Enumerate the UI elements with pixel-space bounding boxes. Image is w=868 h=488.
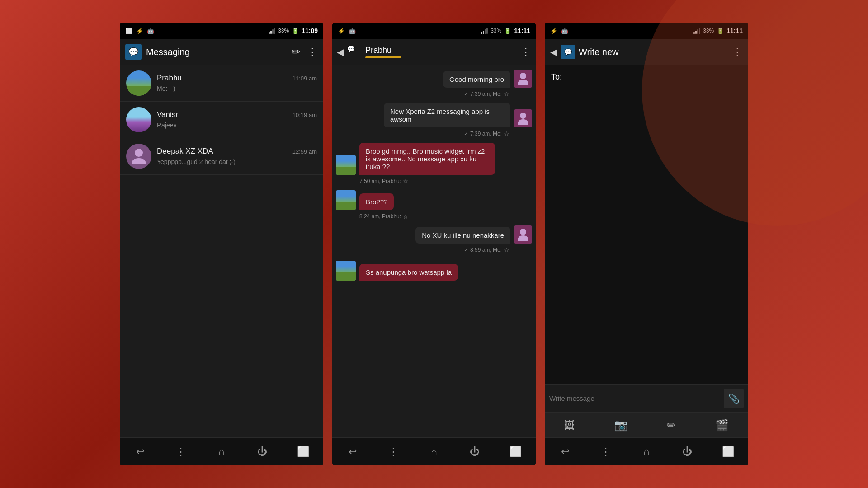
msg-in-3: Broo gd mrng.. Bro music widget frm z2 i… [336, 143, 532, 175]
list-item-prabhu[interactable]: Prabhu 11:09 am Me: ;-) [120, 65, 323, 102]
vanisri-img [126, 107, 151, 132]
home-nav-3[interactable]: ⌂ [635, 441, 658, 463]
prabhu-avatar-in-3 [336, 155, 356, 175]
phones-container: ⬜ ⚡ 🤖 33% 🔋 11:09 💬 Messaging ✏ ⋮ [0, 0, 868, 488]
bottom-nav-3: ↩ ⋮ ⌂ ⏻ ⬜ [545, 437, 748, 465]
usb-icon: ⚡ [136, 28, 143, 34]
messaging-icon-write: 💬 [561, 45, 575, 59]
usb-icon-3: ⚡ [550, 28, 557, 34]
power-nav-2[interactable]: ⏻ [463, 441, 486, 463]
svg-point-1 [520, 73, 526, 79]
msg-meta-2: ✓ 7:39 am, Me: ☆ [336, 130, 532, 137]
list-item-vanisri[interactable]: Vanisri 10:19 am Rajeev [120, 102, 323, 138]
msg-text-2: New Xperia Z2 messaging app is awsom [390, 108, 490, 123]
menu-nav-1[interactable]: ⋮ [170, 441, 192, 463]
add-message-icon[interactable]: ✏ [292, 46, 301, 58]
signal-bar-2-4 [486, 28, 488, 34]
msg-out-1: Good morning bro [336, 70, 532, 88]
back-nav-1[interactable]: ↩ [129, 441, 151, 463]
android-icon-3: 🤖 [561, 28, 568, 34]
time-2: 11:11 [514, 27, 530, 34]
msg-meta-text-2: 7:39 am, Me: [470, 131, 502, 137]
chat-contact-info: Prabhu [365, 46, 520, 58]
msg-meta-5: ✓ 8:59 am, Me: ☆ [336, 246, 532, 253]
signal-bar-2 [270, 31, 272, 34]
msg-bubble-in-3: Broo gd mrng.. Bro music widget frm z2 i… [359, 143, 495, 175]
msg-meta-text-3: 7:50 am, Prabhu: [359, 178, 401, 184]
status-bar-1: ⬜ ⚡ 🤖 33% 🔋 11:09 [120, 23, 323, 39]
camera-button[interactable]: 📷 [614, 419, 628, 432]
battery-3: 33% [703, 28, 714, 34]
messaging-app-icon: 💬 [125, 44, 142, 60]
recents-nav-2[interactable]: ⬜ [504, 441, 527, 463]
back-button-chat[interactable]: ◀ [337, 47, 344, 57]
checkmark-5: ✓ [464, 247, 468, 253]
write-new-area: To: [545, 65, 748, 384]
gallery-button[interactable]: 🖼 [564, 419, 575, 432]
time-3: 11:11 [726, 27, 743, 34]
msg-in-4: Bro??? [336, 190, 532, 210]
vanisri-name: Vanisri [157, 110, 180, 119]
person-svg-out-5 [518, 228, 528, 241]
msg-meta-3: 7:50 am, Prabhu: ☆ [336, 178, 532, 185]
menu-nav-2[interactable]: ⋮ [382, 441, 405, 463]
app-bar-3: ◀ 💬 Write new ⋮ [545, 39, 748, 65]
menu-nav-3[interactable]: ⋮ [594, 441, 617, 463]
charging-icon-1: 🔋 [292, 28, 299, 34]
power-nav-3[interactable]: ⏻ [676, 441, 698, 463]
deepak-time: 12:59 am [292, 148, 317, 155]
msg-meta-text-1: 7:39 am, Me: [470, 91, 502, 97]
charging-icon-3: 🔋 [717, 28, 724, 34]
signal-bar-3-2 [695, 31, 697, 34]
app-title-1: Messaging [146, 47, 292, 57]
home-nav-2[interactable]: ⌂ [423, 441, 445, 463]
back-button-write[interactable]: ◀ [550, 47, 557, 57]
power-nav-1[interactable]: ⏻ [251, 441, 274, 463]
signal-bar-2-2 [483, 31, 484, 34]
paperclip-icon: 📎 [728, 393, 740, 404]
android-icon: 🤖 [147, 28, 154, 34]
recents-nav-1[interactable]: ⬜ [292, 441, 314, 463]
back-nav-2[interactable]: ↩ [341, 441, 364, 463]
home-nav-1[interactable]: ⌂ [210, 441, 233, 463]
star-icon-5: ☆ [504, 246, 509, 253]
star-icon-1: ☆ [504, 90, 509, 98]
list-item-deepak[interactable]: Deepak XZ XDA 12:59 am Yeppppp...gud 2 h… [120, 138, 323, 175]
deepak-header: Deepak XZ XDA 12:59 am [157, 147, 317, 156]
charging-icon-2: 🔋 [504, 28, 511, 34]
deepak-name: Deepak XZ XDA [157, 147, 213, 156]
signal-bar-2-1 [481, 32, 482, 34]
avatar-prabhu [126, 70, 151, 96]
draw-button[interactable]: ✏ [667, 419, 676, 432]
overflow-menu-icon-3[interactable]: ⋮ [732, 46, 743, 58]
prabhu-avatar-in-4 [336, 190, 356, 210]
to-field: To: [545, 65, 748, 89]
msg-meta-1: ✓ 7:39 am, Me: ☆ [336, 90, 532, 98]
chat-contact-name: Prabhu [365, 46, 520, 55]
video-button[interactable]: 🎬 [715, 419, 729, 432]
overflow-menu-icon-1[interactable]: ⋮ [307, 46, 318, 58]
screen-icon: ⬜ [125, 28, 132, 34]
overflow-menu-icon-2[interactable]: ⋮ [520, 46, 531, 58]
recents-nav-3[interactable]: ⬜ [717, 441, 739, 463]
media-bar: 🖼 📷 ✏ 🎬 [545, 412, 748, 437]
message-input[interactable] [549, 394, 719, 402]
vanisri-header: Vanisri 10:19 am [157, 110, 317, 119]
to-input[interactable] [566, 73, 742, 81]
back-nav-3[interactable]: ↩ [554, 441, 576, 463]
person-svg-out-2 [518, 112, 528, 125]
signal-bar-2-3 [485, 29, 486, 34]
msg-avatar-in-4 [336, 190, 356, 210]
star-icon-4: ☆ [403, 213, 409, 220]
status-bar-3: ⚡ 🤖 33% 🔋 11:11 [545, 23, 748, 39]
msg-out-2: New Xperia Z2 messaging app is awsom [336, 103, 532, 127]
msg-text-5: No XU ku ille nu nenakkare [422, 231, 504, 239]
attach-button[interactable]: 📎 [724, 389, 744, 408]
msg-text-1: Good morning bro [449, 75, 504, 83]
usb-icon-2: ⚡ [338, 28, 345, 34]
android-icon-2: 🤖 [349, 28, 356, 34]
avatar-deepak [126, 144, 151, 169]
msg-out-5: No XU ku ille nu nenakkare [336, 225, 532, 244]
signal-bar-3 [272, 29, 274, 34]
svg-point-0 [135, 149, 143, 157]
